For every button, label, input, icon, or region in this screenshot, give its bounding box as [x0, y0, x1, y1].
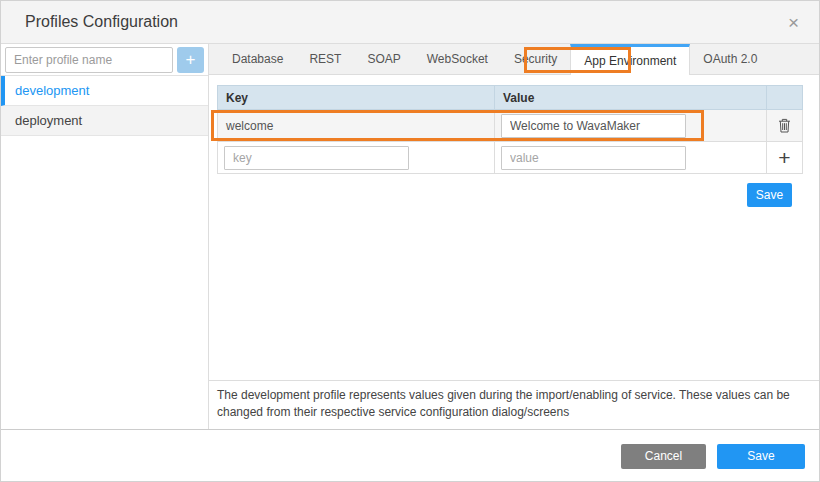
sidebar-item-development[interactable]: development: [1, 76, 208, 106]
row-key-label: welcome: [218, 119, 273, 133]
inner-save-row: Save: [217, 183, 803, 207]
dialog-titlebar: Profiles Configuration ×: [1, 1, 819, 44]
tab-content: Key Value welcome: [209, 75, 819, 380]
table-save-button[interactable]: Save: [747, 183, 792, 207]
save-button[interactable]: Save: [717, 444, 805, 469]
tab-database[interactable]: Database: [219, 44, 296, 74]
tabbar: Database REST SOAP WebSocket Security Ap…: [209, 44, 819, 75]
dialog-body: + development deployment Database REST S…: [1, 44, 819, 429]
tab-websocket[interactable]: WebSocket: [414, 44, 501, 74]
tab-rest[interactable]: REST: [296, 44, 354, 74]
column-header-actions: [767, 86, 803, 110]
row-value-input[interactable]: [501, 114, 686, 138]
table-row: welcome: [218, 110, 803, 142]
sidebar-item-deployment[interactable]: deployment: [1, 106, 208, 136]
tab-app-environment[interactable]: App Environment: [570, 44, 690, 75]
plus-icon: +: [778, 146, 790, 169]
dialog-footer: Cancel Save: [1, 429, 819, 482]
profile-name-input[interactable]: [5, 47, 173, 73]
table-header-row: Key Value: [218, 86, 803, 110]
tab-security[interactable]: Security: [501, 44, 570, 74]
add-profile-button[interactable]: +: [177, 47, 204, 73]
new-value-input[interactable]: [501, 146, 686, 170]
cancel-button[interactable]: Cancel: [621, 444, 706, 469]
main-panel: Database REST SOAP WebSocket Security Ap…: [209, 44, 819, 429]
dialog-title: Profiles Configuration: [25, 13, 178, 31]
tab-oauth-2-0[interactable]: OAuth 2.0: [690, 44, 770, 74]
new-key-input[interactable]: [224, 146, 409, 170]
profile-input-row: +: [1, 44, 208, 76]
close-icon[interactable]: ×: [782, 11, 805, 34]
column-header-key: Key: [218, 86, 495, 110]
profiles-configuration-dialog: Profiles Configuration × + development d…: [0, 0, 820, 482]
tab-soap[interactable]: SOAP: [354, 44, 413, 74]
column-header-value: Value: [495, 86, 767, 110]
trash-icon: [778, 121, 791, 136]
key-value-table: Key Value welcome: [217, 85, 803, 174]
profile-help-text: The development profile represents value…: [209, 380, 819, 429]
add-row-button[interactable]: +: [774, 148, 794, 168]
table-new-row: +: [218, 142, 803, 174]
delete-row-button[interactable]: [774, 116, 795, 135]
profiles-sidebar: + development deployment: [1, 44, 209, 429]
